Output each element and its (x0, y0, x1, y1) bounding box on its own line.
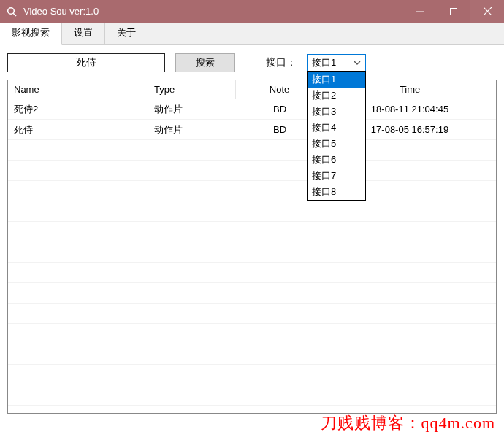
minimize-button[interactable] (403, 0, 437, 23)
col-type[interactable]: Type (148, 80, 236, 99)
search-input[interactable] (7, 53, 165, 72)
api-option[interactable]: 接口3 (308, 104, 365, 120)
api-label: 接口： (266, 56, 297, 69)
table-row (8, 283, 496, 304)
api-option[interactable]: 接口7 (308, 168, 365, 184)
title-bar: Video Sou ver:1.0 (0, 0, 504, 23)
table-row (8, 140, 496, 161)
tab-search[interactable]: 影视搜索 (0, 23, 62, 45)
svg-line-1 (13, 13, 16, 16)
table-row (8, 201, 496, 222)
cell-type: 动作片 (148, 120, 236, 139)
tab-bar: 影视搜索 设置 关于 (0, 23, 504, 45)
cell-name: 死侍2 (8, 99, 148, 119)
api-option[interactable]: 接口8 (308, 184, 365, 200)
svg-rect-3 (451, 8, 457, 15)
tab-about[interactable]: 关于 (105, 23, 148, 44)
svg-point-0 (8, 7, 15, 14)
toolbar: 搜索 接口： 接口1 接口1 接口2 接口3 接口4 接口5 接口6 接口7 接… (0, 45, 504, 80)
tab-settings[interactable]: 设置 (62, 23, 105, 44)
table-row (8, 161, 496, 181)
maximize-button[interactable] (437, 0, 470, 23)
api-select[interactable]: 接口1 接口1 接口2 接口3 接口4 接口5 接口6 接口7 接口8 (307, 54, 366, 72)
api-option[interactable]: 接口4 (308, 120, 365, 136)
grid-header: Name Type Note Time (8, 80, 496, 99)
cell-name: 死侍 (8, 120, 148, 139)
api-select-value: 接口1 (312, 56, 336, 69)
col-name[interactable]: Name (8, 80, 148, 99)
table-row (8, 242, 496, 263)
chevron-down-icon (354, 58, 361, 69)
results-grid: Name Type Note Time 死侍2 动作片 BD 18-08-11 … (7, 80, 497, 414)
table-row (8, 365, 496, 385)
table-row[interactable]: 死侍 动作片 BD 17-08-05 16:57:19 (8, 120, 496, 140)
api-dropdown: 接口1 接口2 接口3 接口4 接口5 接口6 接口7 接口8 (307, 71, 366, 201)
table-row (8, 263, 496, 283)
watermark: 刀贱贱博客：qq4m.com (321, 412, 496, 434)
window-buttons (403, 0, 504, 23)
api-option[interactable]: 接口1 (308, 72, 365, 88)
table-row (8, 222, 496, 242)
window-title: Video Sou ver:1.0 (23, 6, 403, 17)
table-row[interactable]: 死侍2 动作片 BD 18-08-11 21:04:45 (8, 99, 496, 120)
cell-type: 动作片 (148, 99, 236, 119)
app-icon (6, 6, 18, 18)
table-row (8, 181, 496, 201)
table-row (8, 344, 496, 365)
table-row (8, 304, 496, 324)
api-option[interactable]: 接口6 (308, 152, 365, 168)
table-row (8, 385, 496, 406)
table-row (8, 324, 496, 344)
search-button[interactable]: 搜索 (175, 53, 235, 72)
api-option[interactable]: 接口2 (308, 88, 365, 104)
close-button[interactable] (470, 0, 504, 23)
api-option[interactable]: 接口5 (308, 136, 365, 152)
